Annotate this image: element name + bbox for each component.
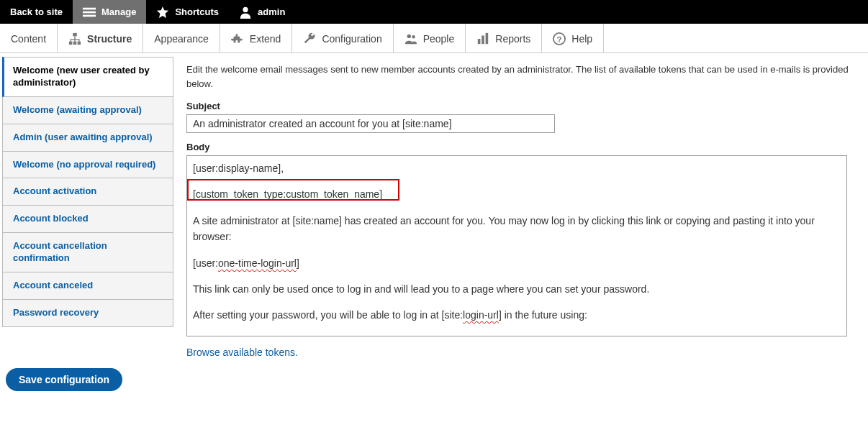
people-icon [404,32,417,45]
subject-input[interactable] [186,114,555,133]
tab-people[interactable]: People [394,24,466,53]
svg-rect-6 [69,41,73,45]
svg-rect-12 [482,35,484,44]
help-icon: ? [553,32,566,45]
vtab-blocked[interactable]: Account blocked [2,206,173,233]
structure-icon [68,32,81,45]
back-to-site-link[interactable]: Back to site [0,0,73,24]
svg-rect-2 [83,14,96,17]
vtab-admin-awaiting[interactable]: Admin (user awaiting approval) [2,124,173,152]
svg-point-9 [407,34,410,37]
user-menu[interactable]: admin [229,0,295,24]
tab-reports[interactable]: Reports [466,24,542,53]
shortcuts-link[interactable]: Shortcuts [146,0,229,24]
svg-rect-5 [73,32,76,36]
vtab-welcome-no-approval[interactable]: Welcome (no approval required) [2,152,173,179]
save-button[interactable]: Save configuration [6,368,122,391]
puzzle-icon [231,32,244,45]
svg-rect-7 [73,41,77,45]
vertical-tabs: Welcome (new user created by administrat… [2,57,173,358]
hamburger-icon [83,6,96,19]
vtab-canceled[interactable]: Account canceled [2,272,173,300]
svg-rect-11 [478,39,481,44]
vtab-cancel-confirm[interactable]: Account cancellation confirmation [2,233,173,272]
manage-toggle[interactable]: Manage [73,0,146,24]
panel-description: Edit the welcome email messages sent to … [186,63,849,91]
tab-configuration[interactable]: Configuration [292,24,393,53]
vtab-password-recovery[interactable]: Password recovery [2,300,173,327]
svg-point-10 [412,35,415,39]
svg-rect-8 [78,41,81,45]
reports-icon [476,32,489,45]
vtab-activation[interactable]: Account activation [2,178,173,206]
tab-help[interactable]: ? Help [542,24,604,53]
star-icon [156,6,169,19]
tab-appearance[interactable]: Appearance [143,24,220,53]
subject-label: Subject [186,101,849,111]
browse-tokens-link[interactable]: Browse available tokens. [186,347,298,358]
main-panel: Edit the welcome email messages sent to … [173,57,862,358]
svg-rect-13 [486,32,489,43]
vtab-welcome-admin-created[interactable]: Welcome (new user created by administrat… [2,57,173,97]
admin-menu: Content Structure Appearance Extend Conf… [0,24,868,53]
svg-point-4 [243,6,248,12]
tab-structure[interactable]: Structure [58,24,143,53]
user-icon [239,6,252,19]
body-textarea[interactable]: [user:display-name], [custom_token_type:… [186,155,847,336]
admin-topbar: Back to site Manage Shortcuts admin [0,0,868,24]
vtab-welcome-awaiting[interactable]: Welcome (awaiting approval) [2,97,173,124]
tab-extend[interactable]: Extend [220,24,293,53]
svg-rect-1 [83,11,96,13]
svg-marker-3 [157,6,168,17]
body-label: Body [186,142,849,152]
wrench-icon [303,32,316,45]
svg-text:?: ? [557,34,562,43]
tab-content[interactable]: Content [0,24,58,53]
svg-rect-0 [83,7,96,9]
